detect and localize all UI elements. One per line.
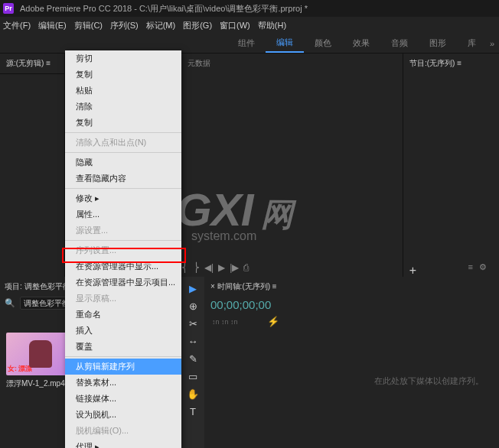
tab-color[interactable]: 颜色	[304, 34, 342, 52]
hand-tool-icon[interactable]: ✋	[187, 388, 199, 400]
workspace-overflow-icon[interactable]: »	[490, 39, 494, 48]
tab-metadata[interactable]: 元数据	[181, 54, 403, 73]
track-select-tool-icon[interactable]: ⊕	[189, 300, 197, 312]
context-menu-item[interactable]: 属性...	[65, 206, 181, 222]
mark-in-icon[interactable]: ⎨	[181, 262, 188, 273]
window-title: Adobe Premiere Pro CC 2018 - C:\用户\likai…	[20, 3, 308, 15]
context-menu-item[interactable]: 源设置...	[65, 222, 181, 239]
context-menu-item[interactable]: 重命名	[65, 307, 181, 323]
tab-libraries[interactable]: 库	[457, 34, 487, 52]
menu-marker[interactable]: 标记(M)	[146, 20, 176, 31]
context-menu: 剪切复制粘贴清除复制清除入点和出点(N)隐藏查看隐藏内容修改 ▸属性...源设置…	[65, 50, 181, 448]
timeline-timecode: 00;00;00;00	[204, 297, 499, 313]
menu-help[interactable]: 帮助(H)	[258, 20, 286, 31]
app-logo: Pr	[3, 3, 14, 14]
context-menu-item[interactable]: 替换素材...	[65, 375, 181, 391]
add-button[interactable]: +	[409, 264, 416, 278]
search-icon[interactable]: 🔍	[5, 298, 15, 308]
source-panel: 源:(无剪辑) ≡ 00;00;00;00	[0, 54, 65, 298]
mark-out-icon[interactable]: ⎬	[193, 262, 200, 273]
tab-audio[interactable]: 音频	[380, 34, 419, 52]
context-menu-item[interactable]: 插入	[65, 323, 181, 339]
context-menu-item[interactable]: 从剪辑新建序列	[65, 359, 181, 375]
tab-editing[interactable]: 编辑	[266, 34, 304, 53]
tab-effects[interactable]: 效果	[342, 34, 380, 52]
program-tab[interactable]: 节目:(无序列) ≡	[403, 54, 499, 73]
context-menu-item[interactable]: 复制	[65, 67, 181, 83]
menubar: 文件(F) 编辑(E) 剪辑(C) 序列(S) 标记(M) 图形(G) 窗口(W…	[0, 17, 499, 34]
program-panel: 节目:(无序列) ≡ 00;00;00;00	[403, 54, 499, 298]
selection-tool-icon[interactable]: ▶	[189, 283, 197, 294]
play-icon[interactable]: ▶	[218, 262, 225, 273]
menu-clip[interactable]: 剪辑(C)	[74, 20, 103, 31]
menu-window[interactable]: 窗口(W)	[220, 20, 250, 31]
tab-assembly[interactable]: 组件	[227, 34, 266, 52]
context-menu-item[interactable]: 在资源管理器中显示...	[65, 258, 181, 274]
context-menu-item[interactable]: 在资源管理器中显示项目...	[65, 274, 181, 291]
step-fwd-icon[interactable]: |▶	[230, 262, 239, 273]
context-menu-item[interactable]: 覆盖	[65, 339, 181, 355]
program-controls: ⎨ ⎬ ◀| ▶ |▶ ⎙	[181, 262, 249, 273]
context-menu-item[interactable]: 清除入点和出点(N)	[65, 135, 181, 151]
timeline-header[interactable]: × 时间轴:(无序列) ≡	[204, 277, 499, 297]
thumb-overlay-text: 女: 漂漂	[8, 364, 33, 374]
pen-tool-icon[interactable]: ✎	[189, 353, 197, 365]
context-menu-item[interactable]: 清除	[65, 99, 181, 115]
context-menu-item[interactable]: 显示原稿...	[65, 291, 181, 307]
context-menu-item[interactable]: 代理 ▸	[65, 439, 181, 448]
context-menu-item[interactable]: 设为脱机...	[65, 407, 181, 423]
context-menu-item[interactable]: 粘贴	[65, 83, 181, 99]
slip-tool-icon[interactable]: ↔	[188, 336, 198, 347]
context-menu-item[interactable]: 脱机编辑(O)...	[65, 423, 181, 439]
source-tab[interactable]: 源:(无剪辑) ≡	[0, 54, 64, 74]
razor-tool-icon[interactable]: ✂	[189, 318, 197, 330]
context-menu-item[interactable]: 修改 ▸	[65, 190, 181, 206]
tools-panel: ▶ ⊕ ✂ ↔ ✎ ▭ ✋ T	[181, 277, 204, 448]
context-menu-item[interactable]: 隐藏	[65, 154, 181, 170]
context-menu-item[interactable]: 剪切	[65, 50, 181, 67]
panel-wrench-icon[interactable]: ⚙	[479, 262, 487, 272]
panel-menu-icon[interactable]: ≡	[468, 262, 473, 272]
step-back-icon[interactable]: ◀|	[204, 262, 214, 273]
menu-graphics[interactable]: 图形(G)	[183, 20, 212, 31]
menu-sequence[interactable]: 序列(S)	[110, 20, 139, 31]
rectangle-tool-icon[interactable]: ▭	[188, 371, 197, 382]
export-frame-icon[interactable]: ⎙	[243, 262, 249, 273]
context-menu-item[interactable]: 序列设置...	[65, 242, 181, 258]
context-menu-item[interactable]: 复制	[65, 115, 181, 131]
context-menu-item[interactable]: 查看隐藏内容	[65, 170, 181, 187]
track-toggles[interactable]: ↕n ↕n ↕n	[212, 318, 238, 326]
menu-edit[interactable]: 编辑(E)	[38, 20, 67, 31]
titlebar: Pr Adobe Premiere Pro CC 2018 - C:\用户\li…	[0, 0, 499, 17]
context-menu-item[interactable]: 链接媒体...	[65, 391, 181, 407]
timeline-placeholder: 在此处放下媒体以创建序列。	[374, 375, 484, 387]
type-tool-icon[interactable]: T	[190, 406, 196, 417]
tab-graphics[interactable]: 图形	[419, 34, 457, 52]
menu-file[interactable]: 文件(F)	[3, 20, 31, 31]
timeline-panel: × 时间轴:(无序列) ≡ 00;00;00;00 ↕n ↕n ↕n ⚡ 在此处…	[204, 277, 499, 448]
timeline-wrench-icon[interactable]: ⚡	[267, 316, 279, 327]
